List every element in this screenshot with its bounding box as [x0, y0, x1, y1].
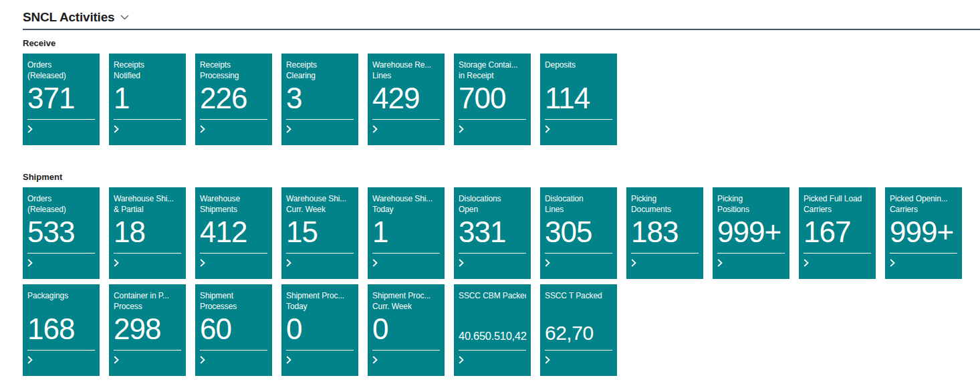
cue-tile-value: 305: [545, 215, 612, 246]
cue-tile[interactable]: Picked Openin...Carriers 999+: [885, 187, 962, 279]
cue-tile-title-line: Today: [286, 302, 354, 312]
cue-tile-value: 371: [27, 82, 95, 112]
cue-tile-divider: [717, 253, 785, 254]
cue-tile-title: Warehouse Shi...& Partial: [114, 194, 181, 215]
cue-tile-title: Shipment Proc...Today: [286, 291, 354, 312]
cue-tile-value: 331: [459, 215, 526, 246]
cue-tile[interactable]: Shipment Proc...Curr. Week 0: [368, 284, 445, 376]
cue-tile-title-line: Dislocations: [459, 194, 526, 205]
cue-tile-title: SSCC CBM Packed: [459, 291, 526, 312]
cue-tile[interactable]: Warehouse Shi...Curr. Week 15: [281, 187, 358, 279]
cue-tile[interactable]: Deposits 114: [540, 54, 617, 145]
cue-tile-divider: [27, 253, 95, 254]
cue-tile-value-text: 298: [114, 316, 160, 343]
cue-tile-divider: [114, 350, 181, 351]
cue-tile-title: Warehouse Re...Lines: [372, 60, 440, 82]
cue-tile[interactable]: Shipment Proc...Today 0: [281, 284, 358, 376]
cue-tile[interactable]: Picked Full LoadCarriers 167: [799, 187, 876, 279]
cue-tile[interactable]: SSCC T Packed 62,70: [540, 284, 617, 376]
cue-tile-title: PickingPositions: [717, 194, 785, 215]
cue-tile[interactable]: DislocationsOpen 331: [454, 187, 531, 279]
cue-tile-title: Shipment Proc...Curr. Week: [372, 291, 440, 312]
cue-tile[interactable]: SSCC CBM Packed 40.650.510,42: [454, 284, 531, 376]
cue-tile-title-line: Dislocation: [545, 194, 612, 205]
cue-tile-value: 700: [459, 82, 526, 112]
cue-tile-title: Picked Openin...Carriers: [890, 194, 957, 215]
cue-tile[interactable]: PickingDocuments 183: [626, 187, 703, 279]
cue-tile-title-line: Deposits: [545, 60, 612, 71]
cue-tile[interactable]: ReceiptsClearing 3: [281, 54, 358, 145]
chevron-down-icon: [120, 15, 129, 20]
cue-tile-value: 0: [286, 312, 354, 343]
cue-tile-divider: [372, 119, 440, 120]
chevron-right-icon: [459, 259, 464, 267]
cue-tile-divider: [459, 253, 526, 254]
cue-tile-title-line: Notified: [114, 71, 181, 82]
cue-tile-title: ReceiptsNotified: [114, 60, 181, 82]
cue-tile-title-line: SSCC CBM Packed: [459, 291, 526, 302]
cue-tile-value: 15: [286, 215, 354, 246]
section-label: Shipment: [23, 172, 980, 182]
cue-tile[interactable]: DislocationLines 305: [540, 187, 617, 279]
cue-tile-divider: [459, 119, 526, 120]
chevron-right-icon: [27, 356, 33, 364]
chevron-right-icon: [459, 125, 464, 133]
cue-tile[interactable]: PickingPositions 999+: [713, 187, 789, 279]
cue-tile-title-line: Lines: [545, 205, 612, 215]
chevron-right-icon: [27, 125, 33, 133]
chevron-right-icon: [286, 125, 291, 133]
cue-tile-value-text: 167: [804, 219, 850, 246]
cue-tile-value-text: 999+: [717, 219, 781, 246]
cue-tile-value: 1: [372, 215, 440, 246]
cue-tile-divider: [200, 119, 267, 120]
cue-tile-title: ReceiptsProcessing: [200, 60, 267, 82]
cue-tile-value: 999+: [717, 215, 785, 246]
cue-tile-title-line: Storage Contai...: [459, 60, 526, 71]
header-divider: [23, 29, 980, 30]
cue-tile[interactable]: ReceiptsNotified 1: [109, 54, 186, 145]
cue-tile[interactable]: ShipmentProcesses 60: [195, 284, 272, 376]
cue-tile-value-text: 331: [459, 219, 505, 246]
chevron-right-icon: [200, 125, 205, 133]
cue-tile-title: Container in P...Process: [114, 291, 181, 312]
cue-tile[interactable]: Container in P...Process 298: [109, 284, 186, 376]
cue-tile-divider: [372, 253, 440, 254]
cue-tile[interactable]: Orders(Released) 533: [23, 187, 100, 279]
cue-tile[interactable]: Storage Contai...in Receipt 700: [454, 54, 531, 145]
cue-tile-value: 62,70: [545, 312, 612, 343]
cue-tile-value: 168: [27, 312, 95, 343]
cue-tile-divider: [372, 350, 440, 351]
cue-tile[interactable]: Warehouse Shi...& Partial 18: [109, 187, 186, 279]
cue-tile-title-line: Positions: [717, 205, 785, 215]
cue-tile[interactable]: WarehouseShipments 412: [195, 187, 272, 279]
cue-tile-divider: [804, 253, 871, 254]
cue-tile-value-text: 371: [27, 85, 74, 112]
cue-tile-value: 0: [372, 312, 440, 343]
cue-tile[interactable]: Packagings 168: [23, 284, 100, 376]
cue-tile-title: Warehouse Shi...Today: [372, 194, 440, 215]
cue-tile-title-line: (Released): [27, 205, 95, 215]
cue-tile-title-line: Open: [459, 205, 526, 215]
cue-tile-value-text: 0: [286, 316, 301, 343]
cue-tile[interactable]: ReceiptsProcessing 226: [195, 54, 272, 145]
cue-tile-value-text: 533: [27, 219, 74, 246]
cue-tile-value-text: 412: [200, 219, 247, 246]
cue-tile-title-line: Orders: [27, 60, 95, 71]
chevron-right-icon: [372, 356, 378, 364]
cue-tile[interactable]: Warehouse Shi...Today 1: [368, 187, 445, 279]
cue-tile[interactable]: Orders(Released) 371: [23, 54, 100, 145]
chevron-right-icon: [717, 259, 723, 267]
cue-tile-title-line: Processing: [200, 71, 267, 82]
cue-tile-divider: [286, 119, 354, 120]
cue-tile-title-line: Picked Openin...: [890, 194, 957, 205]
cue-tile-title-line: Process: [114, 302, 181, 312]
chevron-right-icon: [372, 125, 378, 133]
activities-header-dropdown[interactable]: SNCL Activities: [23, 8, 129, 26]
chevron-right-icon: [545, 259, 550, 267]
cue-tile-divider: [27, 119, 95, 120]
cue-tile-value-text: 168: [27, 316, 74, 343]
cue-tile-divider: [200, 253, 267, 254]
cue-tile[interactable]: Warehouse Re...Lines 429: [368, 54, 445, 145]
cue-tile-title: Deposits: [545, 60, 612, 82]
cue-tile-title: DislocationLines: [545, 194, 612, 215]
